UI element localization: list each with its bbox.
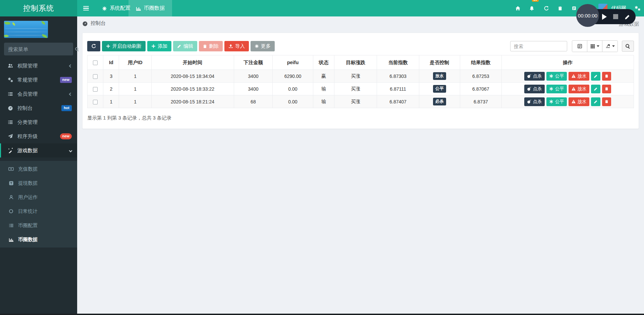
plus-icon [106,44,110,48]
delete-row-button[interactable] [602,97,611,106]
row-checkbox[interactable] [93,100,98,104]
refresh-icon[interactable] [544,0,549,16]
col-status[interactable]: 状态 [313,55,334,70]
row-checkbox[interactable] [93,74,98,79]
gears-icon [7,77,14,83]
magic-wand-icon [7,148,14,153]
cell-current: 6.87111 [377,83,419,95]
sidebar-item-console[interactable]: 控制台 hot [0,101,77,115]
submenu-item-coinconfig[interactable]: 币圈配置 [0,218,77,232]
pencil-icon[interactable] [625,13,630,19]
delete-button[interactable]: 删除 [199,41,223,51]
col-actions[interactable]: 操作 [501,55,634,70]
search-icon[interactable] [75,46,79,52]
submenu-item-label: 用户运作 [18,194,38,200]
col-starttime[interactable]: 开始时间 [151,55,234,70]
col-id[interactable]: Id [103,55,119,70]
pencil-icon [594,87,598,91]
detail-view-button[interactable] [572,41,587,52]
cell-status: 输 [313,95,334,108]
columns-grid-button[interactable] [587,41,602,52]
fair-button[interactable]: 公平 [546,97,567,106]
sidebar-search[interactable] [4,43,73,55]
tab-label: 系统配置 [110,5,130,12]
drain-button[interactable]: 放水 [569,97,589,106]
edit-button[interactable]: 编辑 [173,41,197,51]
sidebar-item-upgrade[interactable]: 程序升级 new [0,129,77,143]
submenu-item-withdraw[interactable]: 提现数据 [0,176,77,190]
edit-row-button[interactable] [591,97,600,106]
sidebar-toggle-button[interactable] [77,0,95,16]
list-icon [7,223,15,228]
top-navbar: 系统配置 币圈数据 10 优码网 [77,0,644,16]
sidebar-search-input[interactable] [8,46,75,52]
sidebar-item-label: 会员管理 [17,91,38,97]
export-button[interactable] [602,41,618,52]
control-badge: 必杀 [433,98,446,105]
submenu-item-coindata[interactable]: 币圈数据 [0,232,77,246]
data-table: Id 用户ID 开始时间 下注金额 peifu 状态 目标涨跌 当前指数 是否控… [87,55,634,108]
stop-icon[interactable] [613,14,618,19]
submenu-item-dailystats[interactable]: 日常统计 [0,204,77,218]
kill-button[interactable]: 点杀 [524,72,545,81]
table-controls [510,40,634,52]
cell-target: 买涨 [334,95,377,108]
home-icon[interactable] [515,0,521,16]
col-target[interactable]: 目标涨跌 [334,55,377,70]
delete-row-button[interactable] [602,72,611,81]
notification-count-badge: 10 [532,0,539,2]
search-icon-button[interactable] [622,41,634,52]
cell-peifu: 6290.00 [273,70,313,83]
gear-icon [102,5,107,11]
drain-button[interactable]: 放水 [569,72,589,81]
edit-row-button[interactable] [591,72,600,81]
data-panel: 开启自动刷新 添加 编辑 删除 导入 更多 [82,33,639,129]
col-result[interactable]: 结果指数 [460,55,501,70]
auto-refresh-button[interactable]: 开启自动刷新 [102,41,146,51]
sidebar-item-members[interactable]: 会员管理 [0,87,77,101]
play-icon[interactable] [602,14,607,20]
add-button[interactable]: 添加 [147,41,171,51]
sidebar-item-permissions[interactable]: 权限管理 [0,59,77,73]
submenu-item-useraction[interactable]: 用户运作 [0,190,77,204]
sidebar-item-general[interactable]: 常规管理 new [0,73,77,87]
drain-button[interactable]: 放水 [569,85,589,93]
col-peifu[interactable]: peifu [273,55,313,70]
col-control[interactable]: 是否控制 [419,55,460,70]
kill-button[interactable]: 点杀 [524,85,545,93]
pencil-icon [177,44,181,48]
table-search-input[interactable] [510,41,567,51]
recorder-time-label: 00:00:00 [578,13,597,18]
import-button[interactable]: 导入 [224,41,249,51]
col-userid[interactable]: 用户ID [119,55,151,70]
caret-down-icon [612,45,615,47]
users-icon [7,63,14,69]
settings-cogs-icon[interactable] [635,0,641,16]
user-icon [7,195,15,200]
sidebar-item-gamedata[interactable]: 游戏数据 [0,143,77,158]
submenu-item-label: 币圈配置 [18,222,38,229]
col-bet[interactable]: 下注金额 [234,55,273,70]
sidebar-submenu: 充值数据 提现数据 用户运作 日常统计 币圈配置 币圈数据 [0,161,77,248]
money-icon [7,166,15,172]
fair-button[interactable]: 公平 [546,72,567,81]
paper-plane-icon [7,134,14,139]
delete-row-button[interactable] [602,85,611,93]
submenu-item-recharge[interactable]: 充值数据 [0,162,77,176]
col-current[interactable]: 当前指数 [377,55,419,70]
cell-current: 6.87407 [377,95,419,108]
cell-target: 买涨 [334,83,377,95]
sidebar-item-categories[interactable]: 分类管理 [0,115,77,129]
cell-current: 6.87303 [377,70,419,83]
tab-coin-data[interactable]: 币圈数据 [128,0,172,16]
fair-button[interactable]: 公平 [546,85,567,93]
row-checkbox[interactable] [93,87,98,92]
kill-button[interactable]: 点杀 [524,97,545,106]
document-icon[interactable] [572,0,577,16]
recorder-timer[interactable]: 00:00:00 [576,4,599,27]
edit-row-button[interactable] [591,85,600,93]
refresh-button[interactable] [87,41,100,51]
select-all-checkbox[interactable] [93,60,98,65]
more-button[interactable]: 更多 [251,41,275,51]
trash-icon[interactable] [558,0,562,16]
